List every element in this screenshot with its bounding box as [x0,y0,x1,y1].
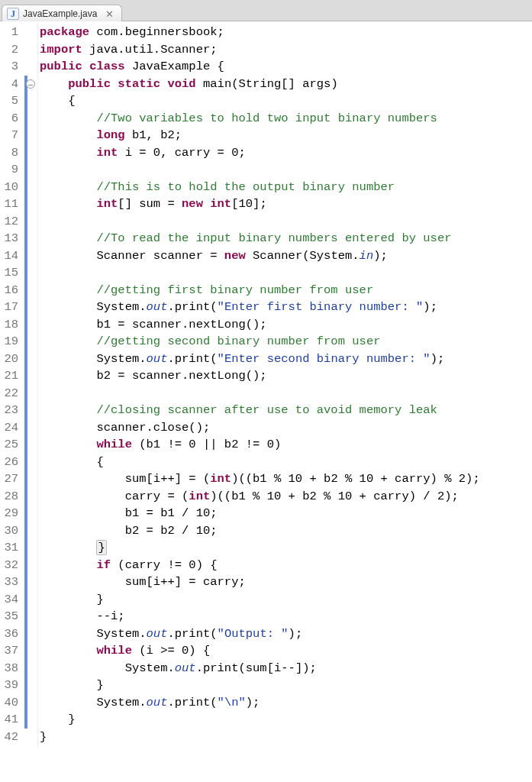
fold-cell [24,144,37,162]
code-token: ); [423,300,437,314]
fold-cell [24,711,37,729]
code-token: b1, b2; [125,128,182,142]
code-line[interactable]: System.out.print("Enter first binary num… [40,299,527,316]
line-number: 32 [3,557,18,574]
code-line[interactable]: } [40,539,527,557]
code-token: [10]; [231,197,267,211]
editor-tab[interactable]: J JavaExample.java ✕ [2,5,122,21]
code-line[interactable]: import java.util.Scanner; [40,41,527,59]
code-token: (b1 != 0 || b2 != 0) [132,438,281,451]
code-token: Scanner scanner = [96,249,224,263]
fold-cell [24,41,37,59]
fold-cell [24,196,37,213]
code-line[interactable]: } [40,711,527,729]
fold-cell [24,729,37,746]
code-token: } [96,540,106,555]
code-line[interactable]: //closing scanner after use to avoid mem… [40,402,527,419]
code-token: .print( [167,627,217,641]
code-line[interactable]: } [40,591,527,609]
code-area[interactable]: package com.beginnersbook;import java.ut… [38,21,532,748]
code-line[interactable]: System.out.print("Output: "); [40,625,527,643]
code-line[interactable]: b2 = b2 / 10; [40,522,527,540]
code-line[interactable]: //getting first binary number from user [40,282,527,299]
code-token: JavaExample { [125,60,224,73]
code-token: "\n" [218,696,246,709]
code-line[interactable]: { [40,454,527,471]
code-token: } [96,678,103,692]
code-token: b1 = b1 / 10; [125,506,218,520]
fold-strip: – [24,21,38,748]
code-line[interactable]: int[] sum = new int[10]; [40,196,527,213]
code-line[interactable]: b1 = b1 / 10; [40,505,527,522]
code-line[interactable]: //This is to hold the output binary numb… [40,179,527,196]
line-number: 42 [3,729,18,746]
fold-cell [24,161,37,179]
code-token: new [224,249,246,263]
code-line[interactable]: System.out.print(sum[i--]); [40,660,527,677]
fold-cell [24,591,37,609]
line-number: 1 [3,24,18,41]
code-editor[interactable]: 1234567891011121314151617181920212223242… [0,21,532,748]
code-token: b1 = scanner.nextLong(); [96,318,266,331]
code-token: System. [96,352,146,366]
code-line[interactable]: { [40,92,527,110]
code-line[interactable] [40,213,527,231]
code-line[interactable]: scanner.close(); [40,419,527,437]
code-line[interactable]: public static void main(String[] args) [40,76,527,93]
code-line[interactable]: sum[i++] = carry; [40,574,527,591]
code-line[interactable]: //Two variables to hold two input binary… [40,110,527,128]
code-token: --i; [96,609,124,623]
code-line[interactable]: Scanner scanner = new Scanner(System.in)… [40,247,527,265]
code-token: .print( [167,352,217,366]
fold-cell [24,557,37,574]
code-line[interactable]: package com.beginnersbook; [40,24,527,41]
code-line[interactable]: int i = 0, carry = 0; [40,144,527,162]
line-number: 24 [3,419,18,437]
code-token: "Output: " [218,627,289,641]
code-token: System. [96,696,146,709]
code-token: long [96,128,124,142]
line-number: 20 [3,351,18,368]
code-token: .print( [167,300,217,314]
code-token: b2 = b2 / 10; [125,524,218,538]
fold-cell [24,299,37,316]
line-number: 31 [3,539,18,557]
code-line[interactable]: long b1, b2; [40,127,527,144]
fold-toggle-icon[interactable]: – [26,79,35,89]
code-line[interactable]: b2 = scanner.nextLong(); [40,367,527,385]
code-token: class [89,60,125,73]
code-token: package [40,25,89,39]
code-line[interactable]: System.out.print("Enter second binary nu… [40,351,527,368]
code-line[interactable]: //getting second binary number from user [40,333,527,351]
code-line[interactable]: carry = (int)((b1 % 10 + b2 % 10 + carry… [40,488,527,506]
code-line[interactable]: //To read the input binary numbers enter… [40,230,527,247]
code-token: //This is to hold the output binary numb… [96,180,395,194]
code-token [111,77,118,91]
line-number: 12 [3,213,18,231]
code-line[interactable]: while (b1 != 0 || b2 != 0) [40,436,527,454]
line-number: 3 [3,58,18,76]
code-line[interactable]: sum[i++] = (int)((b1 % 10 + b2 % 10 + ca… [40,470,527,488]
line-number: 9 [3,161,18,179]
tab-bar: J JavaExample.java ✕ [0,0,532,21]
code-line[interactable]: --i; [40,608,527,625]
code-token: System. [96,300,146,314]
fold-cell [24,625,37,643]
code-line[interactable]: public class JavaExample { [40,58,527,76]
code-token: public [68,77,111,91]
line-number: 19 [3,333,18,351]
code-token: main(String[] args) [196,77,338,91]
code-line[interactable] [40,385,527,402]
code-line[interactable]: if (carry != 0) { [40,557,527,574]
code-line[interactable] [40,161,527,179]
code-token: ); [289,627,303,641]
code-line[interactable] [40,264,527,282]
code-line[interactable]: b1 = scanner.nextLong(); [40,316,527,334]
fold-cell [24,436,37,454]
close-icon[interactable]: ✕ [105,8,114,20]
code-line[interactable]: while (i >= 0) { [40,642,527,660]
code-line[interactable]: } [40,729,527,746]
code-line[interactable]: System.out.print("\n"); [40,694,527,712]
code-token: out [147,696,168,709]
code-line[interactable]: } [40,677,527,694]
